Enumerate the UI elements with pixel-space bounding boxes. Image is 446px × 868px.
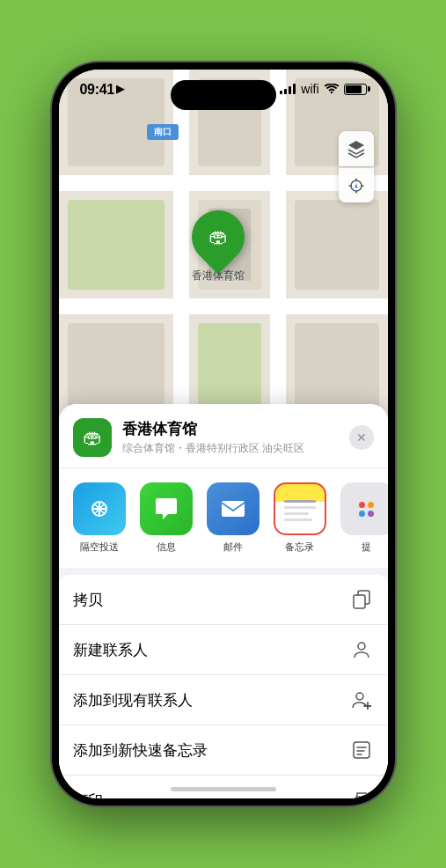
action-copy-label: 拷贝 bbox=[73, 590, 349, 610]
stadium-icon: 🏟 bbox=[208, 225, 228, 248]
print-icon bbox=[349, 788, 374, 798]
phone-frame: 09:41 ▶ wifi bbox=[52, 63, 395, 805]
action-copy[interactable]: 拷贝 bbox=[59, 575, 388, 625]
map-button-group bbox=[339, 131, 374, 202]
share-item-mail[interactable]: 邮件 bbox=[207, 482, 260, 554]
signal-icon bbox=[280, 84, 296, 94]
action-new-contact[interactable]: 新建联系人 bbox=[59, 625, 388, 675]
map-area[interactable]: 南口 bbox=[59, 70, 388, 439]
mail-icon bbox=[207, 482, 260, 535]
location-info: 香港体育馆 综合体育馆・香港特别行政区 油尖旺区 bbox=[122, 419, 349, 456]
svg-rect-8 bbox=[68, 200, 165, 290]
svg-rect-20 bbox=[354, 595, 365, 608]
mail-label: 邮件 bbox=[223, 541, 243, 554]
pin-circle: 🏟 bbox=[180, 200, 255, 275]
wifi-signal-icon bbox=[325, 84, 339, 94]
home-indicator bbox=[171, 787, 276, 791]
compass-icon bbox=[347, 177, 365, 195]
messages-icon bbox=[140, 482, 193, 535]
dynamic-island bbox=[171, 80, 276, 110]
location-card: 🏟 香港体育馆 综合体育馆・香港特别行政区 油尖旺区 ✕ bbox=[59, 404, 388, 468]
action-list: 拷贝 新建联系人 bbox=[59, 575, 388, 798]
location-name: 香港体育馆 bbox=[122, 419, 349, 439]
wifi-icon: wifi bbox=[301, 82, 318, 96]
status-time: 09:41 bbox=[80, 82, 114, 98]
more-label: 提 bbox=[362, 541, 371, 554]
airdrop-label: 隔空投送 bbox=[80, 541, 119, 554]
location-desc: 综合体育馆・香港特别行政区 油尖旺区 bbox=[122, 441, 349, 456]
venue-icon: 🏟 bbox=[73, 418, 112, 457]
map-layer-button[interactable] bbox=[339, 131, 374, 166]
battery-icon bbox=[344, 84, 367, 95]
copy-svg bbox=[352, 590, 371, 609]
action-add-contact[interactable]: 添加到现有联系人 bbox=[59, 675, 388, 725]
svg-rect-29 bbox=[355, 797, 368, 798]
share-row: 隔空投送 信息 bbox=[59, 468, 388, 568]
phone-screen: 09:41 ▶ wifi bbox=[59, 70, 388, 798]
share-item-airdrop[interactable]: 隔空投送 bbox=[73, 482, 126, 554]
layers-icon bbox=[347, 139, 366, 158]
person-icon bbox=[349, 637, 374, 662]
location-pin: 🏟 香港体育馆 bbox=[192, 210, 245, 283]
mail-svg bbox=[219, 495, 247, 523]
svg-point-21 bbox=[358, 643, 365, 650]
notes-lines bbox=[284, 497, 316, 521]
notes-icon bbox=[274, 482, 326, 535]
share-item-more[interactable]: 提 bbox=[340, 482, 388, 554]
person-add-svg bbox=[352, 690, 371, 710]
person-add-icon bbox=[349, 688, 374, 712]
action-quick-note[interactable]: 添加到新快速备忘录 bbox=[59, 725, 388, 776]
pin-inner: 🏟 bbox=[199, 217, 238, 256]
share-item-messages[interactable]: 信息 bbox=[140, 482, 193, 554]
share-item-notes[interactable]: 备忘录 bbox=[274, 482, 326, 554]
note-svg bbox=[352, 740, 371, 760]
svg-point-22 bbox=[356, 693, 363, 700]
map-label-south: 南口 bbox=[147, 124, 179, 140]
location-icon: ▶ bbox=[116, 82, 125, 95]
messages-svg bbox=[152, 495, 180, 523]
map-location-button[interactable] bbox=[339, 167, 374, 202]
more-icon bbox=[340, 482, 388, 535]
svg-rect-4 bbox=[270, 70, 286, 439]
airdrop-svg bbox=[85, 495, 113, 523]
note-icon bbox=[349, 738, 374, 762]
status-icons: wifi bbox=[280, 82, 366, 96]
svg-rect-2 bbox=[59, 298, 388, 314]
svg-rect-25 bbox=[354, 742, 369, 758]
messages-label: 信息 bbox=[157, 541, 176, 554]
action-quick-note-label: 添加到新快速备忘录 bbox=[73, 740, 349, 761]
airdrop-icon bbox=[73, 482, 126, 535]
action-new-contact-label: 新建联系人 bbox=[73, 640, 349, 660]
print-svg bbox=[352, 791, 371, 798]
bottom-sheet: 🏟 香港体育馆 综合体育馆・香港特别行政区 油尖旺区 ✕ bbox=[59, 404, 388, 798]
action-add-contact-label: 添加到现有联系人 bbox=[73, 690, 349, 710]
copy-icon bbox=[349, 587, 374, 612]
svg-rect-18 bbox=[222, 501, 245, 517]
svg-rect-10 bbox=[295, 200, 379, 290]
notes-label: 备忘录 bbox=[285, 541, 314, 554]
close-button[interactable]: ✕ bbox=[349, 425, 374, 450]
person-svg bbox=[352, 640, 371, 659]
